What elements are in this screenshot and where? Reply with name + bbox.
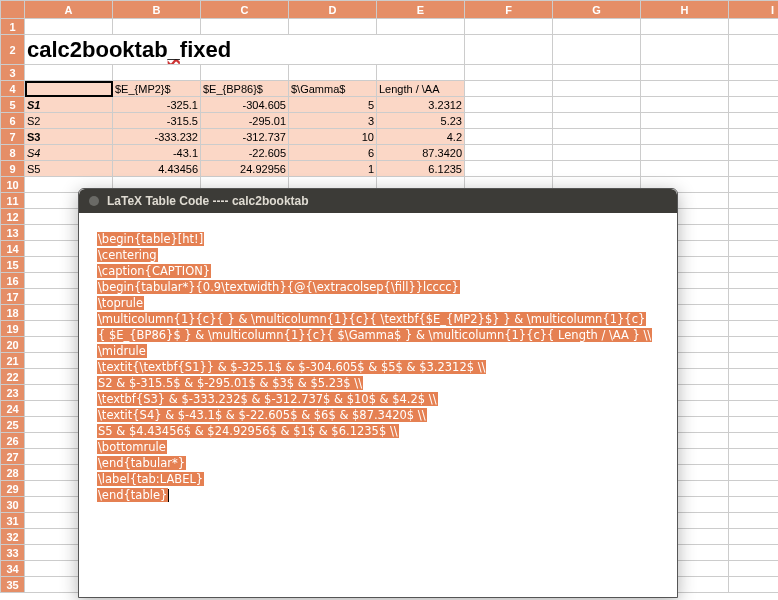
latex-line[interactable]: S2 & $-315.5$ & $-295.01$ & $3$ & $5.23$… <box>97 375 659 391</box>
cell[interactable] <box>729 273 779 289</box>
cell[interactable] <box>465 113 553 129</box>
latex-line[interactable]: \caption{CAPTION} <box>97 263 659 279</box>
cell[interactable] <box>729 193 779 209</box>
cell[interactable] <box>641 35 729 65</box>
cell[interactable] <box>553 19 641 35</box>
cell[interactable] <box>465 129 553 145</box>
cell[interactable]: S2 <box>25 113 113 129</box>
cell[interactable] <box>289 19 377 35</box>
cell[interactable]: 4.43456 <box>113 161 201 177</box>
cell[interactable] <box>729 289 779 305</box>
cell[interactable] <box>553 161 641 177</box>
cell[interactable] <box>729 209 779 225</box>
latex-line[interactable]: \midrule <box>97 343 659 359</box>
col-header[interactable]: C <box>201 1 289 19</box>
cell[interactable] <box>729 385 779 401</box>
cell[interactable] <box>729 513 779 529</box>
corner-cell[interactable] <box>1 1 25 19</box>
cell[interactable] <box>729 19 779 35</box>
cell[interactable]: 3 <box>289 113 377 129</box>
cell[interactable] <box>113 65 201 81</box>
row-header[interactable]: 11 <box>1 193 25 209</box>
cell[interactable] <box>465 97 553 113</box>
cell[interactable] <box>729 257 779 273</box>
cell[interactable]: -312.737 <box>201 129 289 145</box>
row-header[interactable]: 21 <box>1 353 25 369</box>
cell[interactable] <box>113 19 201 35</box>
cell[interactable] <box>289 65 377 81</box>
cell[interactable] <box>729 449 779 465</box>
row-header[interactable]: 9 <box>1 161 25 177</box>
cell[interactable]: 6.1235 <box>377 161 465 177</box>
cell[interactable] <box>729 145 779 161</box>
cell[interactable]: 10 <box>289 129 377 145</box>
row-header[interactable]: 35 <box>1 577 25 593</box>
row-header[interactable]: 1 <box>1 19 25 35</box>
cell[interactable] <box>729 129 779 145</box>
cell[interactable] <box>729 577 779 593</box>
cell[interactable] <box>465 19 553 35</box>
cell[interactable] <box>641 81 729 97</box>
cell[interactable]: 24.92956 <box>201 161 289 177</box>
cell[interactable] <box>729 35 779 65</box>
cell[interactable] <box>465 145 553 161</box>
row-header[interactable]: 23 <box>1 385 25 401</box>
latex-line[interactable]: \multicolumn{1}{c}{ } & \multicolumn{1}{… <box>97 311 659 327</box>
cell[interactable] <box>729 433 779 449</box>
col-header[interactable]: B <box>113 1 201 19</box>
table-header-cell[interactable]: Length / \AA <box>377 81 465 97</box>
row-header[interactable]: 12 <box>1 209 25 225</box>
table-header-cell[interactable]: $E_{MP2}$ <box>113 81 201 97</box>
cell[interactable] <box>553 81 641 97</box>
cell[interactable]: -295.01 <box>201 113 289 129</box>
table-header-cell[interactable]: $\Gamma$ <box>289 81 377 97</box>
cell[interactable] <box>729 81 779 97</box>
row-header[interactable]: 16 <box>1 273 25 289</box>
latex-line[interactable]: \end{table} <box>97 487 659 503</box>
cell[interactable]: -22.605 <box>201 145 289 161</box>
cell[interactable]: S3 <box>25 129 113 145</box>
cell[interactable] <box>641 65 729 81</box>
cell[interactable] <box>25 19 113 35</box>
cell[interactable] <box>553 35 641 65</box>
cell[interactable]: 3.2312 <box>377 97 465 113</box>
cell[interactable] <box>729 305 779 321</box>
table-header-cell[interactable] <box>25 81 113 97</box>
cell[interactable] <box>729 497 779 513</box>
row-header[interactable]: 31 <box>1 513 25 529</box>
row-header[interactable]: 7 <box>1 129 25 145</box>
cell[interactable] <box>553 145 641 161</box>
cell[interactable]: 5 <box>289 97 377 113</box>
cell[interactable]: -333.232 <box>113 129 201 145</box>
latex-code-dialog[interactable]: LaTeX Table Code ---- calc2booktab \begi… <box>78 188 678 598</box>
cell[interactable] <box>729 225 779 241</box>
cell[interactable] <box>641 19 729 35</box>
latex-line[interactable]: \end{tabular*} <box>97 455 659 471</box>
col-header[interactable]: A <box>25 1 113 19</box>
close-icon[interactable] <box>89 196 99 206</box>
cell[interactable]: S1 <box>25 97 113 113</box>
row-header[interactable]: 29 <box>1 481 25 497</box>
row-header[interactable]: 30 <box>1 497 25 513</box>
row-header[interactable]: 6 <box>1 113 25 129</box>
row-header[interactable]: 17 <box>1 289 25 305</box>
row-header[interactable]: 15 <box>1 257 25 273</box>
col-header[interactable]: F <box>465 1 553 19</box>
row-header[interactable]: 32 <box>1 529 25 545</box>
latex-line[interactable]: S5 & $4.43456$ & $24.92956$ & $1$ & $6.1… <box>97 423 659 439</box>
row-header[interactable]: 34 <box>1 561 25 577</box>
row-header[interactable]: 20 <box>1 337 25 353</box>
cell[interactable] <box>729 241 779 257</box>
latex-line[interactable]: \textit{\textbf{S1}} & $-325.1$ & $-304.… <box>97 359 659 375</box>
cell[interactable] <box>553 129 641 145</box>
cell[interactable] <box>465 161 553 177</box>
cell[interactable]: 1 <box>289 161 377 177</box>
row-header[interactable]: 10 <box>1 177 25 193</box>
cell[interactable] <box>465 35 553 65</box>
cell[interactable] <box>729 113 779 129</box>
row-header[interactable]: 13 <box>1 225 25 241</box>
col-header[interactable]: G <box>553 1 641 19</box>
latex-code-body[interactable]: \begin{table}[ht!]\centering\caption{CAP… <box>79 213 677 521</box>
cell[interactable] <box>729 161 779 177</box>
row-header[interactable]: 3 <box>1 65 25 81</box>
